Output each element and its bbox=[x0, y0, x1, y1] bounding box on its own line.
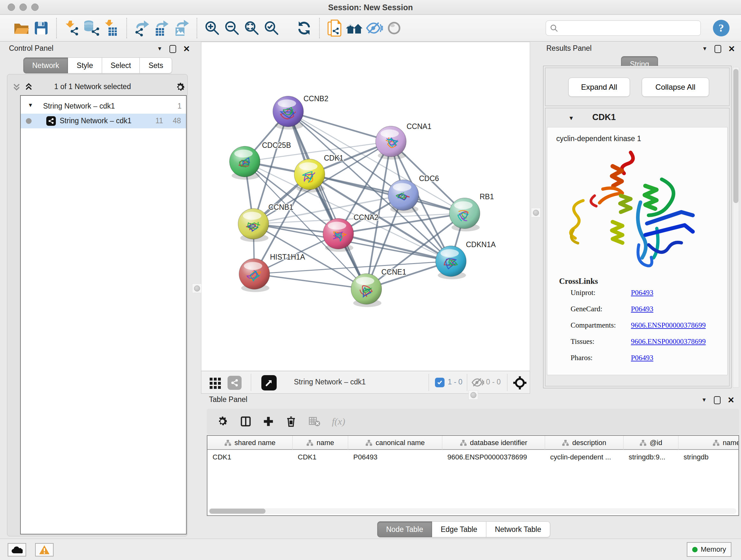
network-row-selected[interactable]: String Network – cdk1 11 48 bbox=[21, 114, 186, 128]
apply-layout-button[interactable] bbox=[294, 18, 314, 38]
add-column-icon[interactable] bbox=[263, 416, 274, 427]
tab-style[interactable]: Style bbox=[68, 57, 102, 73]
hide-unhide-button[interactable] bbox=[364, 18, 384, 38]
table-cell[interactable]: P06493 bbox=[348, 450, 442, 464]
selected-checkbox-icon[interactable] bbox=[435, 378, 445, 387]
collection-disclosure-icon[interactable]: ▼ bbox=[28, 102, 33, 109]
expand-all-button[interactable]: Expand All bbox=[568, 78, 630, 97]
panel-close-icon[interactable]: ✕ bbox=[728, 396, 735, 404]
network-share-view-icon[interactable] bbox=[227, 376, 242, 390]
export-image-button[interactable] bbox=[172, 18, 192, 38]
import-table-button[interactable] bbox=[102, 18, 121, 38]
export-table-button[interactable] bbox=[152, 18, 172, 38]
node-CCNB2[interactable] bbox=[273, 96, 304, 130]
zoom-fit-button[interactable] bbox=[242, 18, 262, 38]
tab-sets[interactable]: Sets bbox=[140, 57, 172, 73]
panel-float-icon[interactable] bbox=[714, 396, 721, 404]
network-options-gear-icon[interactable] bbox=[175, 82, 186, 92]
help-button[interactable]: ? bbox=[713, 20, 730, 37]
zoom-selected-button[interactable] bbox=[262, 18, 281, 38]
table-hscrollbar-thumb[interactable] bbox=[209, 509, 266, 514]
collapse-all-button[interactable]: Collapse All bbox=[642, 78, 709, 97]
collapse-all-icon[interactable] bbox=[12, 82, 21, 91]
birds-eye-view-icon[interactable] bbox=[261, 375, 277, 390]
table-cell[interactable]: stringdb:9... bbox=[623, 450, 678, 464]
cloud-status-button[interactable] bbox=[8, 543, 26, 557]
node-CDC25B[interactable] bbox=[229, 146, 260, 180]
import-network-button[interactable] bbox=[62, 18, 82, 38]
search-input[interactable] bbox=[558, 24, 686, 32]
panel-close-icon[interactable]: ✕ bbox=[183, 45, 190, 53]
crosslink-link[interactable]: P06493 bbox=[631, 305, 653, 313]
panel-float-icon[interactable] bbox=[715, 45, 721, 53]
string-home-button[interactable] bbox=[345, 18, 364, 38]
splitter-handle[interactable] bbox=[192, 284, 202, 293]
hidden-eye-icon[interactable] bbox=[471, 378, 484, 387]
column-header-@id[interactable]: @id bbox=[623, 436, 678, 450]
column-header-namespace[interactable]: namespace bbox=[678, 436, 739, 450]
panel-float-icon[interactable] bbox=[170, 45, 176, 53]
tab-network-table[interactable]: Network Table bbox=[486, 521, 550, 537]
warnings-button[interactable] bbox=[35, 543, 54, 557]
save-session-button[interactable] bbox=[31, 18, 51, 38]
column-header-name[interactable]: name bbox=[293, 436, 348, 450]
node-CCNB1[interactable] bbox=[238, 208, 269, 242]
memory-button[interactable]: Memory bbox=[687, 542, 731, 557]
table-cell[interactable]: cyclin-dependent ... bbox=[545, 450, 623, 464]
panel-menu-icon[interactable]: ▼ bbox=[157, 46, 162, 52]
network-graph[interactable]: CCNB2CCNA1CDC25BCDK1CDC6RB1CCNB1CCNA2CDK… bbox=[201, 42, 530, 371]
delete-column-trash-icon[interactable] bbox=[285, 416, 297, 427]
results-scrollbar-thumb[interactable] bbox=[733, 69, 738, 203]
edge-HIST1H1A-CCNE1[interactable] bbox=[254, 274, 366, 289]
panel-close-icon[interactable]: ✕ bbox=[728, 45, 735, 53]
export-network-button[interactable] bbox=[132, 18, 152, 38]
edge-CCNB2-CCNE1[interactable] bbox=[288, 111, 366, 289]
node-CDK1[interactable] bbox=[294, 159, 325, 192]
node-HIST1H1A[interactable] bbox=[239, 259, 270, 292]
edge-CDK1-RB1[interactable] bbox=[310, 174, 465, 213]
open-session-button[interactable] bbox=[11, 18, 31, 38]
grid-view-icon[interactable] bbox=[209, 376, 222, 389]
entry-disclosure-icon[interactable]: ▼ bbox=[568, 115, 574, 122]
tab-select[interactable]: Select bbox=[102, 57, 140, 73]
tab-edge-table[interactable]: Edge Table bbox=[432, 521, 486, 537]
tab-network[interactable]: Network bbox=[23, 57, 68, 73]
crosslink-link[interactable]: 9606.ENSP00000378699 bbox=[631, 337, 706, 346]
warning-icon bbox=[39, 545, 50, 555]
node-CCNE1[interactable] bbox=[351, 273, 382, 307]
show-columns-icon[interactable] bbox=[240, 416, 252, 427]
import-network-from-database-button[interactable] bbox=[82, 18, 102, 38]
crosslink-link[interactable]: P06493 bbox=[631, 289, 653, 297]
table-cell[interactable]: 9606.ENSP00000378699 bbox=[442, 450, 545, 464]
table-cell[interactable]: stringdb bbox=[678, 450, 739, 464]
crosslink-link[interactable]: 9606.ENSP00000378699 bbox=[631, 321, 706, 329]
node-CCNA1[interactable] bbox=[376, 126, 406, 160]
column-header-database-identifier[interactable]: database identifier bbox=[442, 436, 545, 450]
panel-menu-icon[interactable]: ▼ bbox=[701, 397, 707, 403]
table-row[interactable]: CDK1CDK1P064939606.ENSP00000378699cyclin… bbox=[207, 450, 739, 464]
column-header-canonical-name[interactable]: canonical name bbox=[348, 436, 442, 450]
tab-node-table[interactable]: Node Table bbox=[377, 521, 432, 537]
table-cell[interactable]: CDK1 bbox=[293, 450, 348, 464]
preview-button[interactable] bbox=[384, 18, 404, 38]
node-CDC6[interactable] bbox=[388, 180, 419, 213]
column-header-description[interactable]: description bbox=[545, 436, 623, 450]
network-canvas[interactable]: CCNB2CCNA1CDC25BCDK1CDC6RB1CCNB1CCNA2CDK… bbox=[201, 42, 530, 371]
share-network-file-button[interactable] bbox=[325, 18, 345, 38]
crosshair-icon[interactable] bbox=[513, 376, 527, 390]
table-options-gear-icon[interactable] bbox=[216, 415, 228, 428]
node-RB1[interactable] bbox=[449, 198, 480, 232]
node-CDKN1A[interactable] bbox=[435, 246, 466, 279]
search-box[interactable] bbox=[546, 20, 701, 36]
splitter-handle[interactable] bbox=[468, 390, 478, 400]
splitter-handle[interactable] bbox=[531, 208, 541, 217]
panel-menu-icon[interactable]: ▼ bbox=[702, 46, 708, 52]
table-hscrollbar-track[interactable] bbox=[208, 508, 737, 514]
table-cell[interactable]: CDK1 bbox=[207, 450, 293, 464]
column-header-shared-name[interactable]: shared name bbox=[207, 436, 293, 450]
network-collection-row[interactable]: ▼ String Network – cdk1 1 bbox=[21, 99, 186, 114]
zoom-out-button[interactable] bbox=[222, 18, 242, 38]
zoom-in-button[interactable] bbox=[202, 18, 222, 38]
crosslink-link[interactable]: P06493 bbox=[631, 354, 653, 362]
node-CCNA2[interactable] bbox=[323, 219, 354, 252]
